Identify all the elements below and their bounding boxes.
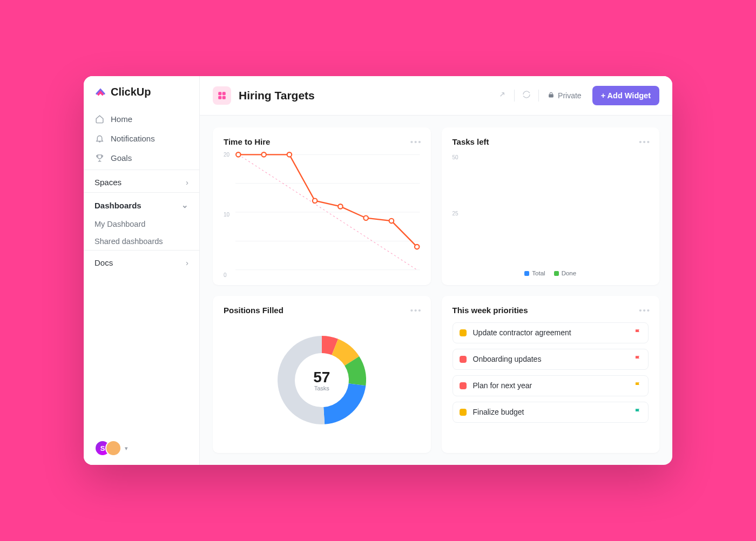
app-window: ClickUp Home Notifications Goals Spaces … bbox=[84, 76, 672, 465]
priority-text: Plan for next year bbox=[473, 381, 628, 390]
topbar: Hiring Targets Private + Add Widget bbox=[200, 76, 672, 116]
group-label: Docs bbox=[94, 258, 113, 267]
card-priorities: This week priorities ••• Update contract… bbox=[442, 296, 660, 454]
priority-item[interactable]: Finalize budget bbox=[453, 402, 649, 423]
axis-tick: 50 bbox=[453, 154, 458, 160]
dashboard-icon bbox=[213, 86, 231, 105]
axis-tick: 20 bbox=[224, 151, 230, 157]
card-title: Time to Hire bbox=[224, 137, 420, 146]
axis-tick: 0 bbox=[224, 272, 227, 278]
positions-filled-chart: 57 Tasks bbox=[224, 315, 420, 446]
status-square-icon bbox=[460, 329, 467, 336]
axis-tick: 10 bbox=[224, 212, 230, 218]
group-label: Dashboards bbox=[94, 201, 141, 210]
caret-down-icon: ▾ bbox=[125, 445, 128, 452]
more-icon[interactable]: ••• bbox=[410, 137, 422, 146]
home-icon bbox=[94, 114, 104, 124]
sidebar-footer[interactable]: S ▾ bbox=[84, 431, 199, 465]
legend-done: Done bbox=[554, 270, 577, 276]
svg-point-11 bbox=[261, 152, 266, 157]
add-widget-button[interactable]: + Add Widget bbox=[592, 86, 659, 105]
divider bbox=[538, 90, 539, 102]
more-icon[interactable]: ••• bbox=[410, 306, 422, 315]
expand-icon[interactable] bbox=[494, 87, 511, 104]
status-square-icon bbox=[460, 382, 467, 389]
sidebar-group-spaces[interactable]: Spaces › bbox=[84, 170, 199, 192]
nav-label: Goals bbox=[111, 153, 132, 163]
brand[interactable]: ClickUp bbox=[84, 76, 199, 107]
svg-rect-2 bbox=[218, 96, 221, 99]
legend-total: Total bbox=[524, 270, 545, 276]
flag-icon bbox=[634, 355, 642, 364]
sidebar-item-my-dashboard[interactable]: My Dashboard bbox=[84, 215, 199, 233]
svg-point-17 bbox=[415, 245, 420, 249]
refresh-icon[interactable] bbox=[518, 87, 535, 104]
flag-icon bbox=[634, 381, 642, 390]
chart-legend: Total Done bbox=[453, 270, 649, 276]
status-square-icon bbox=[460, 409, 467, 416]
nav-notifications[interactable]: Notifications bbox=[84, 129, 199, 148]
svg-point-16 bbox=[389, 219, 394, 224]
svg-rect-1 bbox=[222, 92, 226, 95]
more-icon[interactable]: ••• bbox=[639, 306, 651, 315]
card-title: Positions Filled bbox=[224, 306, 420, 315]
svg-point-14 bbox=[338, 204, 343, 209]
priorities-list: Update contractor agreement Onboarding u… bbox=[453, 322, 649, 446]
svg-point-15 bbox=[363, 215, 368, 220]
sidebar-group-docs[interactable]: Docs › bbox=[84, 250, 199, 273]
nav-label: Notifications bbox=[111, 134, 155, 143]
privacy-indicator[interactable]: Private bbox=[542, 91, 587, 100]
card-title: Tasks left bbox=[453, 137, 649, 146]
nav-home[interactable]: Home bbox=[84, 109, 199, 129]
tasks-left-chart: 50 25 Total Done bbox=[453, 150, 649, 278]
card-time-to-hire: Time to Hire ••• 20 10 0 bbox=[213, 127, 431, 285]
priority-text: Update contractor agreement bbox=[473, 328, 628, 337]
page-title: Hiring Targets bbox=[239, 89, 315, 102]
sidebar-primary-nav: Home Notifications Goals bbox=[84, 107, 199, 170]
svg-rect-0 bbox=[218, 92, 221, 95]
priority-item[interactable]: Onboarding updates bbox=[453, 349, 649, 370]
donut-sublabel: Tasks bbox=[313, 385, 330, 391]
svg-point-13 bbox=[313, 198, 318, 203]
clickup-logo-icon bbox=[94, 86, 106, 98]
svg-rect-3 bbox=[222, 96, 226, 99]
flag-icon bbox=[634, 408, 642, 417]
nav-label: Home bbox=[111, 114, 132, 124]
trophy-icon bbox=[94, 153, 104, 163]
svg-point-12 bbox=[287, 152, 292, 157]
priority-text: Onboarding updates bbox=[473, 355, 628, 363]
privacy-label: Private bbox=[558, 91, 582, 100]
dashboard-grid: Time to Hire ••• 20 10 0 Tasks left ••• … bbox=[200, 116, 672, 465]
chevron-right-icon: › bbox=[186, 178, 188, 187]
divider bbox=[514, 90, 515, 102]
priority-item[interactable]: Update contractor agreement bbox=[453, 322, 649, 343]
card-title: This week priorities bbox=[453, 306, 649, 315]
avatar bbox=[105, 440, 122, 456]
sidebar-group-dashboards[interactable]: Dashboards ⌄ bbox=[84, 192, 199, 215]
bell-icon bbox=[94, 133, 104, 143]
priority-item[interactable]: Plan for next year bbox=[453, 375, 649, 396]
status-square-icon bbox=[460, 356, 467, 363]
sidebar: ClickUp Home Notifications Goals Spaces … bbox=[84, 76, 200, 465]
brand-name: ClickUp bbox=[111, 86, 151, 98]
chevron-right-icon: › bbox=[186, 258, 188, 267]
priority-text: Finalize budget bbox=[473, 408, 628, 416]
main: Hiring Targets Private + Add Widget Time… bbox=[200, 76, 672, 465]
chevron-down-icon: ⌄ bbox=[181, 200, 188, 210]
card-positions-filled: Positions Filled ••• 57 Tasks bbox=[213, 296, 431, 454]
group-label: Spaces bbox=[94, 178, 122, 187]
donut-number: 57 bbox=[313, 369, 330, 386]
sidebar-item-shared-dashboards[interactable]: Shared dashboards bbox=[84, 233, 199, 250]
time-to-hire-chart: 20 10 0 bbox=[224, 152, 420, 278]
nav-goals[interactable]: Goals bbox=[84, 148, 199, 167]
svg-point-10 bbox=[236, 152, 241, 157]
card-tasks-left: Tasks left ••• 50 25 Total Done bbox=[442, 127, 660, 285]
flag-icon bbox=[634, 328, 642, 337]
donut-center: 57 Tasks bbox=[313, 369, 330, 391]
axis-tick: 25 bbox=[453, 211, 458, 217]
lock-icon bbox=[548, 91, 555, 100]
more-icon[interactable]: ••• bbox=[639, 137, 651, 146]
